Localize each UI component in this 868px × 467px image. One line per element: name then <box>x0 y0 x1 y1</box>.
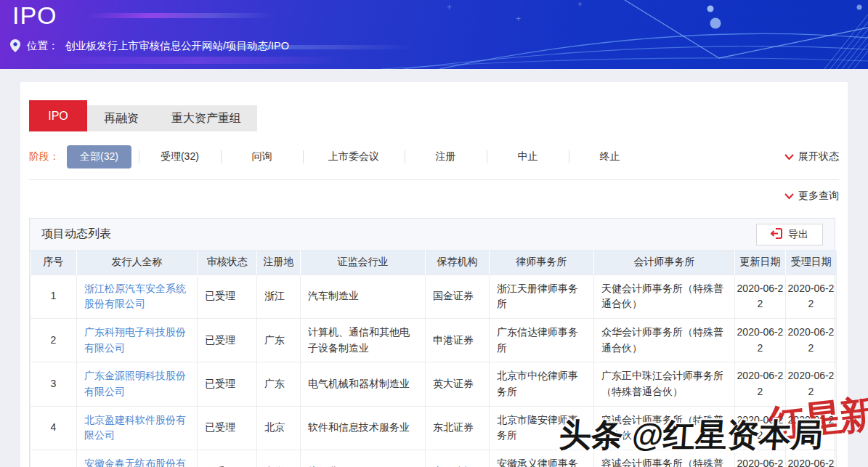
cell-region: 北京 <box>257 406 301 450</box>
stage-option[interactable]: 全部(32) <box>67 145 131 168</box>
stage-option-label: 终止 <box>599 150 620 162</box>
stage-option[interactable]: 受理(32) <box>139 145 221 168</box>
more-query-label: 更多查询 <box>798 190 839 203</box>
cell-region: 安徽 <box>257 450 301 467</box>
issuer-link[interactable]: 广东科翔电子科技股份有限公司 <box>77 318 198 362</box>
column-header: 发行人全称 <box>77 251 198 275</box>
column-header: 保荐机构 <box>426 251 490 275</box>
cell-update-date: 2020-06-22 <box>735 275 786 318</box>
cell-industry: 汽车制造业 <box>301 275 426 318</box>
cell-industry: 纺织业 <box>301 450 426 467</box>
breadcrumb-label: 位置： <box>27 39 59 53</box>
cell-sponsor: 中信建投 <box>426 450 490 467</box>
table-row: 3 广东金源照明科技股份有限公司 已受理 广东 电气机械和器材制造业 英大证券 … <box>31 362 837 406</box>
cell-accounting-firm: 众华会计师事务所（特殊普通合伙） <box>594 318 735 362</box>
cell-accept-date: 2020-06-22 <box>786 275 837 318</box>
stage-option-label: 中止 <box>517 150 538 162</box>
export-icon <box>771 227 783 242</box>
column-header: 注册地 <box>257 251 301 275</box>
svg-text:+: + <box>516 14 521 24</box>
banner-streak <box>41 57 351 64</box>
stage-option[interactable]: 上市委会议 <box>303 145 405 168</box>
table-title: 项目动态列表 <box>41 227 111 242</box>
stage-option[interactable]: 终止 <box>569 145 651 168</box>
cell-sponsor: 东北证券 <box>426 406 490 450</box>
stage-option-label: 注册 <box>435 150 455 162</box>
column-header: 受理日期 <box>786 251 837 275</box>
stage-option[interactable]: 问询 <box>221 145 303 168</box>
stage-option-label: 受理(32) <box>161 150 199 162</box>
cell-status: 已受理 <box>198 275 257 318</box>
column-header: 会计师事务所 <box>594 251 735 275</box>
stage-option-label: 问询 <box>251 150 272 162</box>
table-row: 2 广东科翔电子科技股份有限公司 已受理 广东 计算机、通信和其他电子设备制造业… <box>31 318 837 362</box>
svg-text:+: + <box>447 2 452 12</box>
stage-option-label: 全部(32) <box>80 150 118 162</box>
banner-streak <box>86 13 278 18</box>
expand-status-label: 展开状态 <box>798 150 839 163</box>
cell-law-firm: 广东信达律师事务所 <box>490 318 594 362</box>
issuer-link[interactable]: 北京盈建科软件股份有限公司 <box>77 406 198 450</box>
column-header: 律师事务所 <box>490 251 594 275</box>
cell-status: 已受理 <box>198 318 257 362</box>
cell-accounting-firm: 天健会计师事务所（特殊普通合伙） <box>594 275 735 318</box>
section-tabs: IPO 再融资 重大资产重组 <box>29 100 257 131</box>
banner-network-decoration: +++ <box>360 0 868 69</box>
cell-accept-date: 2020-06-22 <box>786 318 837 362</box>
stage-options: 全部(32) 受理(32) 问询 上市委会议 注册 中止 终止 <box>67 145 651 168</box>
location-pin-icon <box>10 39 20 52</box>
cell-industry: 计算机、通信和其他电子设备制造业 <box>301 318 426 362</box>
cell-no: 3 <box>31 362 77 406</box>
page-banner: +++ IPO 位置： 创业板发行上市审核信息公开网站/项目动态/IPO <box>0 0 868 69</box>
cell-region: 广东 <box>257 318 301 362</box>
cell-sponsor: 申港证券 <box>426 318 490 362</box>
stage-filter-row: 阶段： 全部(32) 受理(32) 问询 上市委会议 注册 中止 终止 展开状态 <box>29 144 839 170</box>
svg-text:+: + <box>577 0 583 9</box>
divider <box>29 179 839 180</box>
expand-status-link[interactable]: 展开状态 <box>784 150 839 163</box>
cell-no: 4 <box>31 406 77 450</box>
issuer-link[interactable]: 广东金源照明科技股份有限公司 <box>77 362 198 406</box>
export-button[interactable]: 导出 <box>756 224 823 245</box>
cell-region: 广东 <box>257 362 301 406</box>
tab-label: 重大资产重组 <box>171 111 241 126</box>
breadcrumb: 位置： 创业板发行上市审核信息公开网站/项目动态/IPO <box>10 38 289 54</box>
tab-label: IPO <box>48 110 68 123</box>
more-query-link[interactable]: 更多查询 <box>784 190 839 203</box>
cell-industry: 软件和信息技术服务业 <box>301 406 426 450</box>
column-header: 更新日期 <box>735 251 786 275</box>
issuer-link[interactable]: 安徽金春无纺布股份有限公司 <box>77 450 198 467</box>
stage-option[interactable]: 中止 <box>487 145 569 168</box>
cell-update-date: 2020-06-22 <box>735 318 786 362</box>
cell-status: 已受理 <box>198 362 257 406</box>
column-header: 证监会行业 <box>301 251 426 275</box>
column-header: 序号 <box>31 251 77 275</box>
cell-law-firm: 浙江天册律师事务所 <box>490 275 594 318</box>
chevron-down-icon <box>784 151 794 163</box>
stage-option[interactable]: 注册 <box>405 145 487 168</box>
tab[interactable]: IPO <box>29 100 87 131</box>
tab-label: 再融资 <box>104 111 139 126</box>
cell-sponsor: 国金证券 <box>426 275 490 318</box>
cell-status: 已受理 <box>198 450 257 467</box>
breadcrumb-path[interactable]: 创业板发行上市审核信息公开网站/项目动态/IPO <box>65 39 290 53</box>
cell-region: 浙江 <box>257 275 301 318</box>
cell-no: 2 <box>31 318 77 362</box>
tab[interactable]: 重大资产重组 <box>155 105 257 131</box>
cell-no: 1 <box>31 275 77 318</box>
tab[interactable]: 再融资 <box>87 105 155 131</box>
page-title: IPO <box>12 1 57 30</box>
stage-filter-label: 阶段： <box>29 150 67 163</box>
column-header: 审核状态 <box>198 251 257 275</box>
cell-no: 5 <box>31 450 77 467</box>
more-query-row: 更多查询 <box>784 185 839 207</box>
cell-law-firm: 北京市中伦律师事务所 <box>490 362 594 406</box>
table-row: 1 浙江松原汽车安全系统股份有限公司 已受理 浙江 汽车制造业 国金证券 浙江天… <box>31 275 837 318</box>
export-label: 导出 <box>788 228 808 241</box>
table-header-row: 序号 发行人全称 审核状态 注册地 证监会行业 保荐机构 律师事务所 会计师事务… <box>31 251 837 275</box>
cell-sponsor: 英大证券 <box>426 362 490 406</box>
chevron-down-icon <box>784 190 794 202</box>
watermark-text: 头条 @红星资本局 <box>558 414 824 457</box>
cell-industry: 电气机械和器材制造业 <box>301 362 426 406</box>
issuer-link[interactable]: 浙江松原汽车安全系统股份有限公司 <box>77 275 198 318</box>
